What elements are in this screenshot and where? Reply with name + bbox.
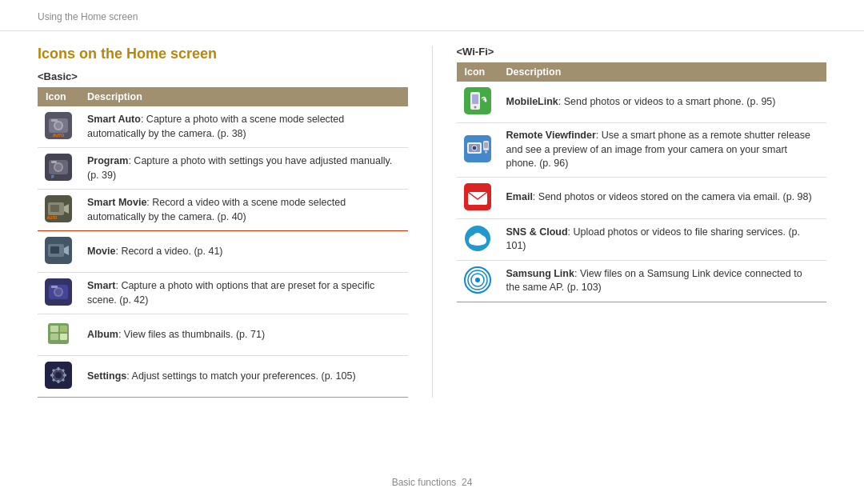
svg-text:AUTO: AUTO	[47, 216, 58, 220]
footer: Basic functions 24	[392, 477, 473, 488]
table-row: SNS & Cloud: Upload photos or videos to …	[457, 218, 827, 260]
svg-rect-29	[50, 334, 58, 340]
svg-text:AUTO: AUTO	[53, 133, 64, 138]
samsung-link-desc: Samsung Link: View files on a Samsung Li…	[498, 260, 827, 302]
smart-auto-cell: AUTO	[38, 106, 79, 148]
table-row: MobileLink: Send photos or videos to a s…	[457, 82, 827, 123]
table-row: Movie: Record a video. (p. 41)	[38, 231, 408, 273]
svg-point-60	[473, 233, 482, 242]
right-column: <Wi-Fi> Icon Description	[457, 46, 827, 398]
svg-rect-10	[51, 161, 57, 163]
footer-text: Basic functions	[392, 477, 457, 488]
svg-rect-30	[60, 334, 67, 340]
content-area: Icons on the Home screen <Basic> Icon De…	[0, 46, 864, 398]
program-desc: Program: Capture a photo with settings y…	[79, 148, 408, 190]
samsung-link-icon	[464, 266, 491, 294]
movie-desc: Movie: Record a video. (p. 41)	[79, 231, 408, 273]
breadcrumb: Using the Home screen	[0, 0, 864, 31]
svg-rect-15	[50, 205, 59, 212]
smart-auto-icon: AUTO	[45, 112, 72, 139]
svg-rect-34	[58, 367, 60, 370]
column-separator	[432, 46, 433, 398]
table-row: Settings: Adjust settings to match your …	[38, 356, 408, 398]
smart-desc: Smart: Capture a photo with options that…	[79, 273, 408, 314]
wifi-description-header: Description	[498, 62, 827, 82]
svg-rect-35	[58, 380, 60, 383]
svg-rect-37	[63, 374, 66, 377]
settings-icon	[45, 362, 72, 389]
smart-movie-icon: AUTO	[45, 195, 72, 222]
svg-rect-4	[51, 119, 58, 122]
wifi-table: Icon Description	[457, 62, 827, 302]
section-title: Icons on the Home screen	[38, 46, 408, 62]
smart-auto-desc: Smart Auto: Capture a photo with a scene…	[79, 106, 408, 148]
table-row: P Program: Capture a photo with settings…	[38, 148, 408, 190]
svg-rect-44	[472, 94, 478, 104]
svg-point-24	[55, 289, 62, 295]
table-row: AUTO Smart Movie: Record a video with a …	[38, 190, 408, 231]
svg-rect-28	[60, 326, 67, 332]
page-container: Using the Home screen Icons on the Home …	[0, 0, 864, 504]
icon-header: Icon	[38, 87, 79, 106]
svg-rect-52	[484, 142, 488, 148]
wifi-icon-header: Icon	[457, 62, 498, 82]
mobilelink-icon	[464, 87, 491, 114]
svg-point-45	[474, 106, 476, 109]
smart-icon	[45, 278, 72, 306]
svg-point-9	[55, 164, 62, 170]
svg-point-53	[485, 150, 487, 153]
album-desc: Album: View files as thumbnails. (p. 71)	[79, 314, 408, 356]
svg-rect-36	[50, 374, 54, 377]
breadcrumb-text: Using the Home screen	[38, 11, 138, 22]
left-column: Icons on the Home screen <Basic> Icon De…	[38, 46, 408, 398]
table-row: AUTO Smart Auto: Capture a photo with a …	[38, 106, 408, 148]
table-row: Smart: Capture a photo with options that…	[38, 273, 408, 314]
svg-point-50	[472, 146, 477, 150]
svg-rect-25	[51, 286, 58, 288]
svg-point-64	[475, 278, 480, 282]
basic-subtitle: <Basic>	[38, 70, 408, 82]
basic-table: Icon Description	[38, 87, 408, 398]
table-row: Samsung Link: View files on a Samsung Li…	[457, 260, 827, 302]
remote-viewfinder-desc: Remote Viewfinder: Use a smart phone as …	[498, 123, 827, 178]
smart-movie-desc: Smart Movie: Record a video with a scene…	[79, 190, 408, 231]
svg-rect-20	[50, 246, 59, 254]
movie-icon	[45, 237, 72, 264]
footer-page: 24	[462, 477, 472, 488]
svg-point-46	[484, 100, 486, 102]
email-icon	[464, 183, 491, 210]
program-icon: P	[45, 154, 72, 181]
table-row: Remote Viewfinder: Use a smart phone as …	[457, 123, 827, 178]
settings-desc: Settings: Adjust settings to match your …	[79, 356, 408, 398]
table-row: Album: View files as thumbnails. (p. 71)	[38, 314, 408, 356]
mobilelink-desc: MobileLink: Send photos or videos to a s…	[498, 82, 827, 123]
email-desc: Email: Send photos or videos stored on t…	[498, 177, 827, 218]
description-header: Description	[79, 87, 408, 106]
svg-rect-27	[50, 326, 58, 332]
remote-viewfinder-icon	[464, 135, 491, 162]
table-row: Email: Send photos or videos stored on t…	[457, 177, 827, 218]
svg-point-3	[55, 122, 62, 129]
wifi-subtitle: <Wi-Fi>	[457, 46, 827, 58]
album-icon	[45, 320, 72, 347]
sns-cloud-icon	[464, 225, 491, 252]
svg-point-33	[55, 372, 62, 378]
sns-cloud-desc: SNS & Cloud: Upload photos or videos to …	[498, 218, 827, 260]
